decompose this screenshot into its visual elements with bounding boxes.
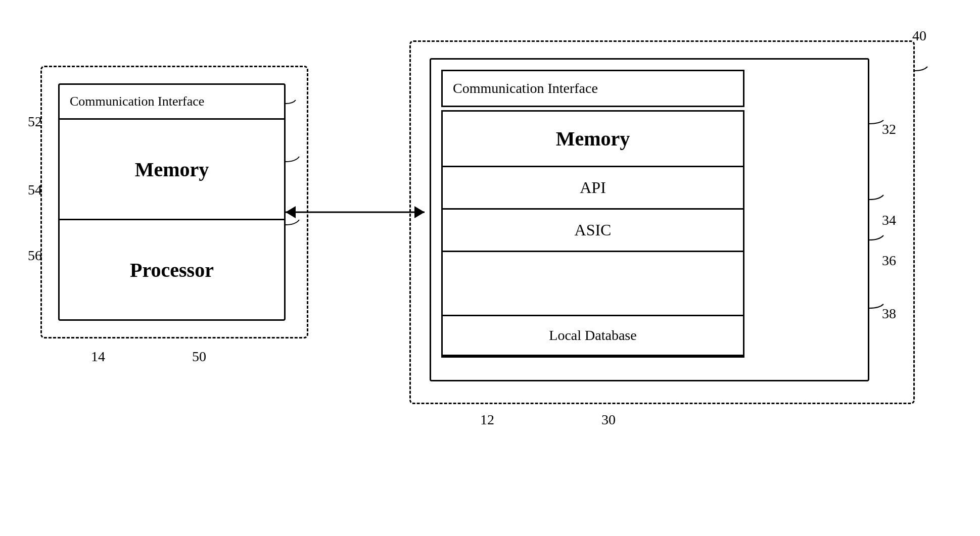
ref-36: 36 — [882, 253, 896, 269]
ref-34: 34 — [882, 212, 896, 228]
ref-38: 38 — [882, 306, 896, 322]
ref-32: 32 — [882, 121, 896, 137]
ref-54: 54 — [28, 182, 42, 198]
ref-12: 12 — [480, 412, 494, 428]
left-processor-label: Processor — [60, 220, 284, 319]
left-comm-interface-label: Communication Interface — [60, 85, 284, 120]
left-inner-box: Communication Interface Memory Processor — [58, 83, 286, 321]
ref-40: 40 — [912, 28, 926, 44]
ref-50: 50 — [192, 349, 206, 365]
right-inner-box: Communication Interface Memory API ASIC … — [430, 58, 869, 381]
right-asic-label: ASIC — [443, 210, 743, 252]
ref-56: 56 — [28, 248, 42, 264]
right-comm-interface-label: Communication Interface — [441, 70, 744, 107]
left-memory-label: Memory — [60, 120, 284, 220]
ref-52: 52 — [28, 114, 42, 130]
right-api-label: API — [443, 167, 743, 210]
right-local-db-label: Local Database — [441, 315, 744, 356]
right-memory-label: Memory — [443, 112, 743, 167]
ref-30: 30 — [601, 412, 616, 428]
ref-14: 14 — [91, 349, 105, 365]
